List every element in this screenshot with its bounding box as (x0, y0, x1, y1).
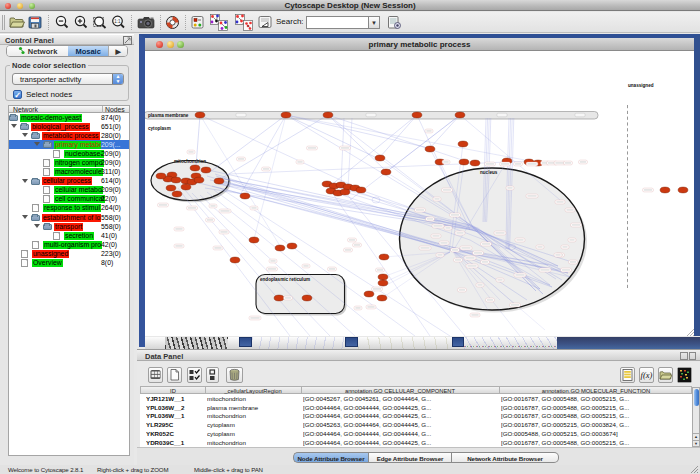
svg-text:f(x): f(x) (641, 370, 653, 380)
svg-text:cytoplasm: cytoplasm (148, 126, 171, 131)
svg-text:plasma membrane: plasma membrane (148, 113, 189, 118)
svg-text:mitochondrion: mitochondrion (174, 159, 206, 164)
svg-text:endoplasmic reticulum: endoplasmic reticulum (260, 277, 310, 282)
svg-text:1:1: 1:1 (114, 19, 121, 24)
svg-text:unassigned: unassigned (628, 83, 654, 88)
